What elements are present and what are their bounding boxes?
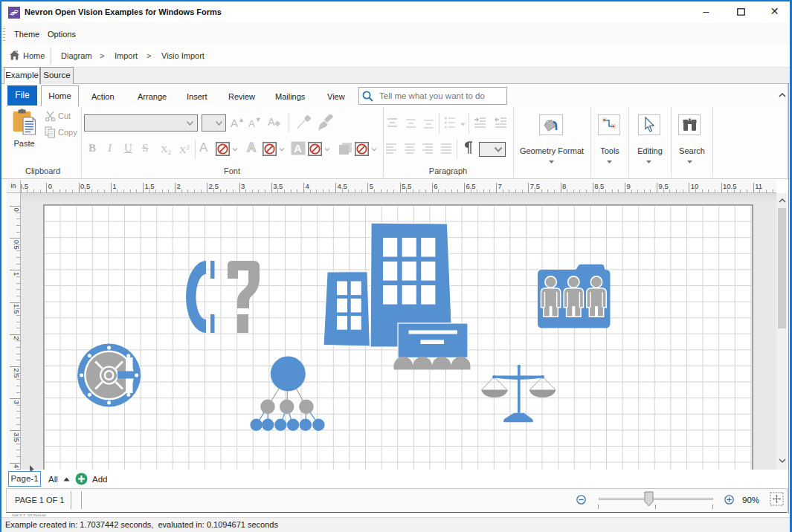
svg-text:4.5: 4.5: [338, 182, 347, 190]
svg-text:8.5: 8.5: [594, 182, 604, 190]
svg-text:6.5: 6.5: [466, 182, 475, 190]
svg-text:10: 10: [691, 182, 699, 190]
svg-text:2: 2: [13, 336, 21, 340]
svg-text:-0.5: -0.5: [21, 182, 28, 190]
svg-text:3: 3: [241, 182, 245, 190]
svg-text:A: A: [294, 142, 302, 155]
svg-text:5.5: 5.5: [402, 182, 411, 190]
svg-text:9: 9: [626, 182, 630, 190]
svg-text:0: 0: [48, 182, 52, 190]
svg-text:9.5: 9.5: [659, 182, 669, 190]
svg-text:8: 8: [562, 182, 566, 190]
svg-text:10.5: 10.5: [723, 182, 737, 190]
svg-text:4: 4: [13, 464, 21, 468]
svg-text:1.5: 1.5: [144, 182, 154, 190]
svg-text:4: 4: [305, 182, 309, 190]
svg-text:7.5: 7.5: [530, 182, 540, 190]
svg-text:A: A: [247, 140, 256, 154]
svg-text:3: 3: [13, 400, 21, 404]
svg-text:2: 2: [177, 182, 181, 190]
svg-text:0: 0: [13, 208, 21, 212]
svg-text:3.5: 3.5: [273, 182, 283, 190]
svg-text:0.5: 0.5: [80, 182, 90, 190]
svg-text:1: 1: [112, 182, 116, 190]
svg-text:5: 5: [370, 182, 373, 190]
svg-text:6: 6: [434, 182, 437, 190]
svg-text:1: 1: [13, 272, 21, 276]
svg-text:7: 7: [498, 182, 502, 190]
svg-text:2.5: 2.5: [209, 182, 219, 190]
svg-text:11: 11: [755, 182, 762, 190]
